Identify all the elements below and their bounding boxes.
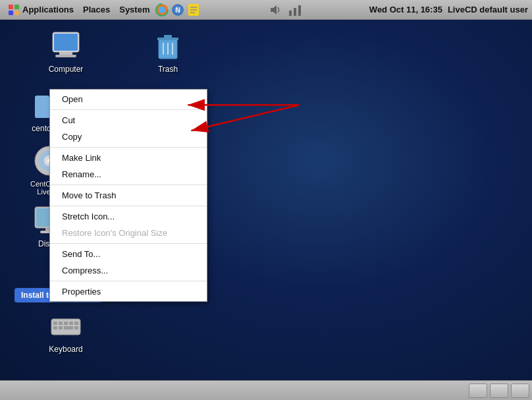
svg-rect-19 <box>59 52 72 55</box>
bottom-button-2[interactable] <box>490 384 508 398</box>
menu-applications[interactable]: Applications <box>4 3 78 17</box>
ctx-move-to-trash[interactable]: Move to Trash <box>50 187 207 204</box>
svg-rect-16 <box>298 5 301 16</box>
svg-rect-14 <box>289 11 292 16</box>
applications-icon <box>8 4 20 16</box>
ctx-make-link[interactable]: Make Link <box>50 150 207 166</box>
svg-rect-46 <box>64 326 73 329</box>
places-label: Places <box>83 5 110 14</box>
taskbar-right: Wed Oct 11, 16:35 LiveCD default user <box>369 5 528 14</box>
ctx-compress[interactable]: Compress... <box>50 262 207 279</box>
ctx-rename[interactable]: Rename... <box>50 166 207 183</box>
svg-rect-18 <box>54 34 78 51</box>
svg-rect-44 <box>53 326 57 329</box>
svg-point-5 <box>159 7 165 13</box>
trash-label: Trash <box>155 64 180 74</box>
taskbar-center <box>201 3 369 17</box>
ctx-properties[interactable]: Properties <box>50 283 207 300</box>
bottom-bar <box>0 380 532 400</box>
ctx-separator-3 <box>50 185 207 185</box>
svg-rect-2 <box>9 11 13 15</box>
keyboard-label: Keyboard <box>46 344 85 355</box>
firefox-icon[interactable] <box>155 3 169 17</box>
context-menu: Open Cut Copy Make Link Rename... Move t… <box>49 89 207 302</box>
ctx-send-to[interactable]: Send To... <box>50 246 207 262</box>
note-icon[interactable] <box>186 3 201 17</box>
svg-rect-41 <box>64 322 68 325</box>
taskbar: Applications Places System N <box>0 0 532 20</box>
computer-image <box>50 30 82 61</box>
svg-rect-39 <box>53 322 57 325</box>
network-signal-icon[interactable] <box>288 3 302 17</box>
svg-rect-40 <box>59 322 63 325</box>
svg-rect-47 <box>74 326 78 329</box>
ctx-separator-4 <box>50 206 207 206</box>
applications-label: Applications <box>22 5 74 14</box>
keyboard-desktop-icon[interactable]: Keyboard <box>36 310 95 355</box>
svg-rect-15 <box>294 8 296 16</box>
svg-rect-23 <box>164 35 172 39</box>
svg-rect-1 <box>14 5 19 9</box>
ctx-cut[interactable]: Cut <box>50 112 207 129</box>
svg-line-50 <box>191 105 299 130</box>
network-icon[interactable]: N <box>171 3 185 17</box>
menu-places[interactable]: Places <box>79 3 114 16</box>
system-label: System <box>119 5 149 14</box>
ctx-separator-6 <box>50 281 207 281</box>
svg-rect-20 <box>55 55 76 57</box>
svg-rect-45 <box>59 326 63 329</box>
computer-icon[interactable]: Computer <box>36 30 95 74</box>
datetime: Wed Oct 11, 16:35 <box>369 5 442 14</box>
taskbar-left: Applications Places System N <box>4 3 201 17</box>
ctx-separator-2 <box>50 147 207 148</box>
svg-text:N: N <box>176 7 180 14</box>
menu-system[interactable]: System <box>115 3 153 16</box>
volume-icon[interactable] <box>268 3 282 17</box>
svg-marker-13 <box>271 5 277 14</box>
ctx-open[interactable]: Open <box>50 91 207 107</box>
username: LiveCD default user <box>448 5 528 14</box>
keyboard-image <box>50 310 82 341</box>
ctx-restore-icon: Restore Icon's Original Size <box>50 225 207 241</box>
bottom-button-3[interactable] <box>511 384 529 398</box>
ctx-stretch-icon[interactable]: Stretch Icon... <box>50 208 207 225</box>
ctx-copy[interactable]: Copy <box>50 129 207 145</box>
bottom-button-1[interactable] <box>469 384 487 398</box>
trash-icon[interactable]: Trash <box>138 30 198 74</box>
svg-rect-42 <box>69 322 73 325</box>
svg-rect-43 <box>74 322 78 325</box>
computer-label: Computer <box>46 64 86 74</box>
ctx-separator-1 <box>50 109 207 110</box>
ctx-separator-5 <box>50 243 207 244</box>
svg-rect-0 <box>9 5 13 9</box>
trash-image <box>152 30 184 61</box>
svg-rect-3 <box>14 11 19 15</box>
